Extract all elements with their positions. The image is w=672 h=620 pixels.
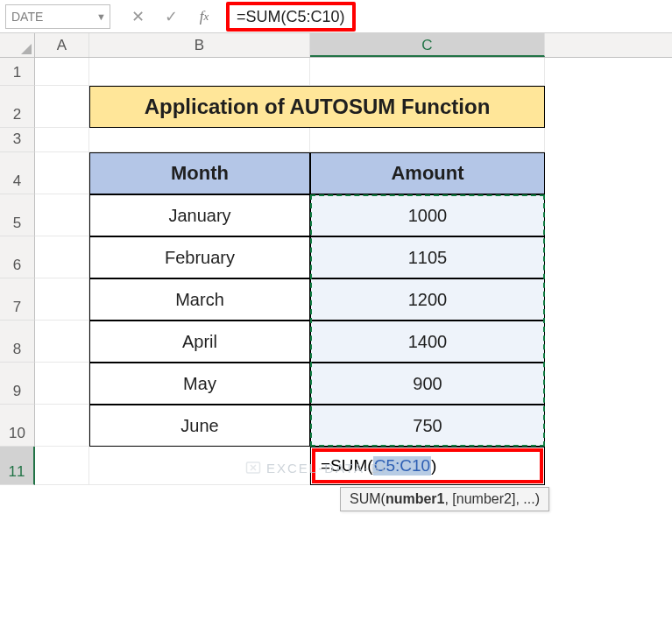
fx-icon[interactable]: fx <box>187 4 221 29</box>
cell[interactable] <box>310 128 545 152</box>
cancel-icon[interactable]: ✕ <box>121 4 154 29</box>
spreadsheet-grid: 1 2 Application of AUTOSUM Function 3 4 … <box>0 58 672 485</box>
table-cell-month[interactable]: January <box>89 194 310 236</box>
row-header[interactable]: 8 <box>0 321 35 363</box>
cell[interactable] <box>35 405 89 447</box>
enter-icon[interactable]: ✓ <box>154 4 187 29</box>
table-cell-month[interactable]: June <box>89 405 310 447</box>
row-header[interactable]: 11 <box>0 447 35 485</box>
cell[interactable] <box>35 447 89 485</box>
row-header[interactable]: 6 <box>0 236 35 278</box>
cell[interactable] <box>35 363 89 405</box>
table-cell-amount[interactable]: 900 <box>310 363 545 405</box>
table-cell-amount[interactable]: 1200 <box>310 278 545 321</box>
formula-suffix: ) <box>431 456 436 476</box>
cell[interactable] <box>89 58 310 86</box>
table-cell-amount[interactable]: 1400 <box>310 321 545 363</box>
watermark: EXCEL-DATA-BI <box>245 460 386 476</box>
tooltip-fn: SUM( <box>350 491 386 506</box>
table-cell-amount[interactable]: 750 <box>310 405 545 447</box>
formula-input[interactable]: =SUM(C5:C10) <box>221 4 667 29</box>
row-header[interactable]: 5 <box>0 194 35 236</box>
function-tooltip: SUM(number1, [number2], ...) <box>340 487 549 511</box>
row-header[interactable]: 2 <box>0 86 35 128</box>
cell[interactable] <box>35 321 89 363</box>
col-header-b[interactable]: B <box>89 33 310 57</box>
formula-text: =SUM(C5:C10) <box>226 2 356 32</box>
chevron-down-icon[interactable]: ▼ <box>96 11 106 22</box>
name-box[interactable]: DATE ▼ <box>5 4 110 29</box>
col-header-c[interactable]: C <box>310 33 545 57</box>
row-header[interactable]: 4 <box>0 152 35 194</box>
table-cell-month[interactable]: May <box>89 363 310 405</box>
table-cell-amount[interactable]: 1105 <box>310 236 545 278</box>
table-cell-month[interactable]: April <box>89 321 310 363</box>
tooltip-arg1: number1 <box>386 491 445 506</box>
cell[interactable] <box>35 152 89 194</box>
formula-bar: DATE ▼ ✕ ✓ fx =SUM(C5:C10) <box>0 0 672 33</box>
excel-icon <box>245 460 261 476</box>
row-header[interactable]: 7 <box>0 278 35 321</box>
row-header[interactable]: 3 <box>0 128 35 152</box>
table-cell-amount[interactable]: 1000 <box>310 194 545 236</box>
cell[interactable] <box>35 128 89 152</box>
tooltip-rest: , [number2], ...) <box>444 491 539 506</box>
row-header[interactable]: 9 <box>0 363 35 405</box>
col-header-a[interactable]: A <box>35 33 89 57</box>
cell[interactable] <box>35 236 89 278</box>
name-box-value: DATE <box>11 10 43 24</box>
row-header[interactable]: 1 <box>0 58 35 86</box>
table-header-month[interactable]: Month <box>89 152 310 194</box>
row-header[interactable]: 10 <box>0 405 35 447</box>
watermark-text: EXCEL-DATA-BI <box>266 461 386 476</box>
column-headers: A B C <box>0 33 672 58</box>
cell[interactable] <box>89 128 310 152</box>
cell[interactable] <box>35 58 89 86</box>
select-all-corner[interactable] <box>0 33 35 57</box>
table-cell-month[interactable]: March <box>89 278 310 321</box>
cell[interactable] <box>35 194 89 236</box>
table-cell-month[interactable]: February <box>89 236 310 278</box>
page-title: Application of AUTOSUM Function <box>89 86 545 128</box>
cell[interactable] <box>35 86 89 128</box>
cell[interactable] <box>35 278 89 321</box>
table-header-amount[interactable]: Amount <box>310 152 545 194</box>
cell[interactable] <box>310 58 545 86</box>
